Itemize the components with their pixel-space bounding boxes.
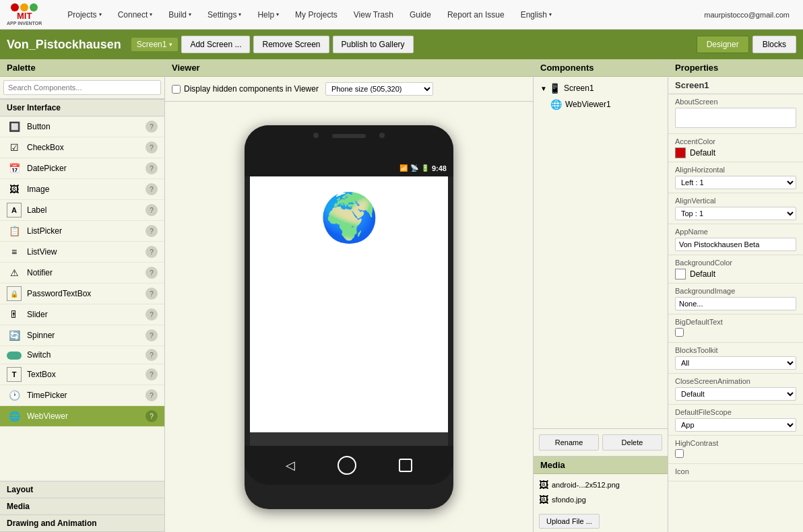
aboutscreen-input[interactable]	[675, 108, 796, 128]
webviewer-help[interactable]: ?	[146, 410, 158, 422]
search-box	[0, 77, 164, 99]
palette-items-list: 🔲 Button ? ☑ CheckBox ? 📅 DatePicker ? 🖼…	[0, 117, 164, 481]
palette-item-passwordtextbox[interactable]: 🔒 PasswordTextBox ?	[0, 284, 164, 304]
drawing-animation-section[interactable]: Drawing and Animation	[0, 515, 164, 532]
nav-view-trash[interactable]: View Trash	[346, 0, 402, 30]
nav-english[interactable]: English ▾	[513, 0, 560, 30]
search-input[interactable]	[3, 80, 161, 95]
slider-icon: 🎚	[7, 307, 22, 322]
tree-expand-screen1[interactable]: ▼	[540, 85, 547, 92]
rename-button[interactable]: Rename	[539, 434, 599, 451]
blockstoolkit-select[interactable]: All	[675, 356, 796, 370]
accentcolor-swatch[interactable]	[675, 147, 686, 158]
listview-icon: ≡	[7, 244, 22, 259]
palette-item-image[interactable]: 🖼 Image ?	[0, 179, 164, 200]
palette-item-button[interactable]: 🔲 Button ?	[0, 117, 164, 137]
checkbox-icon: ☑	[7, 140, 22, 155]
nav-settings[interactable]: Settings ▾	[199, 0, 249, 30]
palette-item-textbox[interactable]: T TextBox ?	[0, 364, 164, 385]
palette-item-datepicker[interactable]: 📅 DatePicker ?	[0, 158, 164, 179]
back-button[interactable]: ◁	[286, 458, 295, 473]
prop-highcontrast: HighContrast	[668, 436, 803, 464]
phone-body: 📶 📡 🔋 9:48 🌍 ◁	[245, 125, 453, 509]
prop-icon: Icon	[668, 464, 803, 481]
label-help[interactable]: ?	[146, 204, 158, 216]
slider-help[interactable]: ?	[146, 308, 158, 321]
passwordtextbox-help[interactable]: ?	[146, 288, 158, 300]
designer-mode-button[interactable]: Designer	[697, 36, 749, 53]
checkbox-help[interactable]: ?	[146, 141, 158, 154]
layout-section[interactable]: Layout	[0, 481, 164, 498]
button-label: Button	[27, 122, 146, 131]
palette-item-spinner[interactable]: 🔄 Spinner ?	[0, 325, 164, 346]
backgroundimage-input[interactable]	[675, 297, 796, 310]
button-help[interactable]: ?	[146, 121, 158, 133]
viewer-content: 📶 📡 🔋 9:48 🌍 ◁	[165, 102, 533, 532]
palette-item-notifier[interactable]: ⚠ Notifier ?	[0, 263, 164, 284]
palette-item-slider[interactable]: 🎚 Slider ?	[0, 304, 164, 325]
upload-file-button[interactable]: Upload File ...	[539, 514, 600, 529]
palette-item-listpicker[interactable]: 📋 ListPicker ?	[0, 221, 164, 242]
palette-item-checkbox[interactable]: ☑ CheckBox ?	[0, 137, 164, 158]
switch-help[interactable]: ?	[146, 349, 158, 361]
spinner-help[interactable]: ?	[146, 329, 158, 341]
project-title: Von_Pistockhausen	[7, 38, 121, 52]
home-button[interactable]	[338, 456, 356, 475]
phone-preview: 📶 📡 🔋 9:48 🌍 ◁	[245, 125, 453, 509]
nav-connect[interactable]: Connect ▾	[110, 0, 161, 30]
alignvertical-select[interactable]: Top : 1	[675, 207, 796, 220]
textbox-help[interactable]: ?	[146, 368, 158, 380]
screen-selector[interactable]: Screen1 ▾	[131, 38, 179, 51]
palette-item-label[interactable]: A Label ?	[0, 200, 164, 221]
image-help[interactable]: ?	[146, 183, 158, 195]
blocks-mode-button[interactable]: Blocks	[752, 36, 796, 53]
textbox-label: TextBox	[27, 370, 146, 379]
nav-report[interactable]: Report an Issue	[439, 0, 513, 30]
tree-item-screen1[interactable]: ▼ 📱 Screen1	[537, 80, 664, 96]
appname-input[interactable]	[675, 238, 796, 251]
remove-screen-button[interactable]: Remove Screen	[253, 36, 329, 53]
screen1-icon: 📱	[549, 83, 560, 94]
defaultfilescope-select[interactable]: App	[675, 418, 796, 432]
nav-help[interactable]: Help ▾	[249, 0, 287, 30]
listview-help[interactable]: ?	[146, 246, 158, 258]
nav-build[interactable]: Build ▾	[160, 0, 199, 30]
nav-my-projects[interactable]: My Projects	[287, 0, 346, 30]
delete-button[interactable]: Delete	[602, 434, 662, 451]
palette-item-switch[interactable]: Switch ?	[0, 346, 164, 364]
screen1-name: Screen1	[564, 84, 594, 93]
user-interface-section[interactable]: User Interface	[0, 99, 164, 117]
bigdefaulttext-checkbox[interactable]	[675, 328, 684, 337]
palette-item-timepicker[interactable]: 🕐 TimePicker ?	[0, 385, 164, 406]
listpicker-help[interactable]: ?	[146, 225, 158, 237]
recents-button[interactable]	[399, 459, 412, 472]
components-panel: Components ▼ 📱 Screen1 🌐 WebViewer1 Rena…	[534, 59, 668, 532]
image-icon: 🖼	[7, 182, 22, 197]
bgcolor-swatch[interactable]	[675, 269, 686, 279]
media-section-palette[interactable]: Media	[0, 498, 164, 515]
notifier-help[interactable]: ?	[146, 267, 158, 279]
media-header: Media	[534, 457, 668, 474]
label-comp-label: Label	[27, 205, 146, 215]
palette-item-webviewer[interactable]: 🌐 WebViewer ?	[0, 406, 164, 427]
datepicker-help[interactable]: ?	[146, 162, 158, 174]
closescreenanimation-select[interactable]: Default	[675, 387, 796, 401]
alignhorizontal-select[interactable]: Left : 1	[675, 176, 796, 189]
phone-size-select[interactable]: Phone size (505,320)	[325, 82, 433, 96]
tree-item-webviewer1[interactable]: 🌐 WebViewer1	[537, 96, 664, 112]
hidden-components-checkbox[interactable]	[172, 85, 181, 94]
palette-bottom-sections: Layout Media Drawing and Animation	[0, 481, 164, 532]
timepicker-help[interactable]: ?	[146, 389, 158, 401]
publish-gallery-button[interactable]: Publish to Gallery	[333, 36, 414, 53]
nav-guide[interactable]: Guide	[402, 0, 439, 30]
highcontrast-checkbox[interactable]	[675, 449, 684, 458]
prop-accentcolor: AccentColor Default	[668, 134, 803, 162]
add-screen-button[interactable]: Add Screen ...	[181, 36, 250, 53]
globe-icon: 🌍	[320, 190, 379, 245]
logo-mit: MIT	[17, 11, 32, 21]
webviewer1-icon: 🌐	[550, 99, 562, 110]
prop-appname: AppName	[668, 224, 803, 255]
timepicker-label: TimePicker	[27, 391, 146, 400]
palette-item-listview[interactable]: ≡ ListView ?	[0, 242, 164, 263]
nav-projects[interactable]: Projects ▾	[59, 0, 109, 30]
